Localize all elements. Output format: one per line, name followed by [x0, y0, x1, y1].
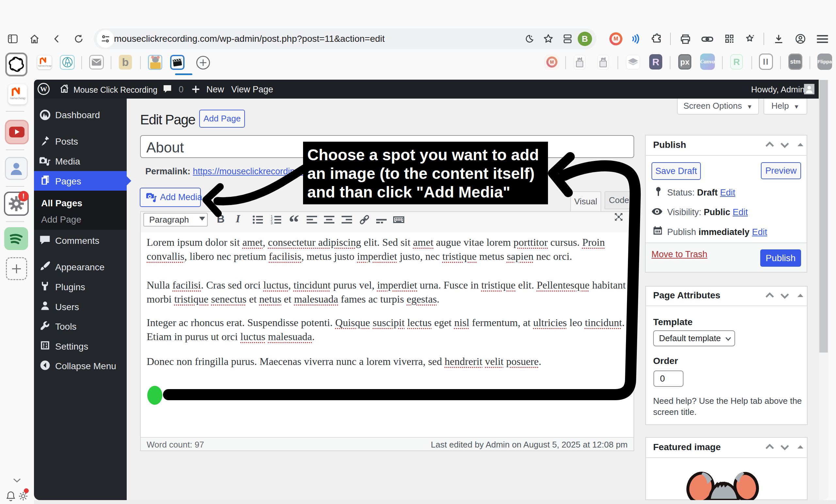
svg-text:and than click "Add Media": and than click "Add Media" [307, 183, 510, 201]
svg-text:Choose a spot you want to add: Choose a spot you want to add [307, 146, 539, 163]
svg-text:an image (to the content itsel: an image (to the content itself) [307, 165, 535, 182]
